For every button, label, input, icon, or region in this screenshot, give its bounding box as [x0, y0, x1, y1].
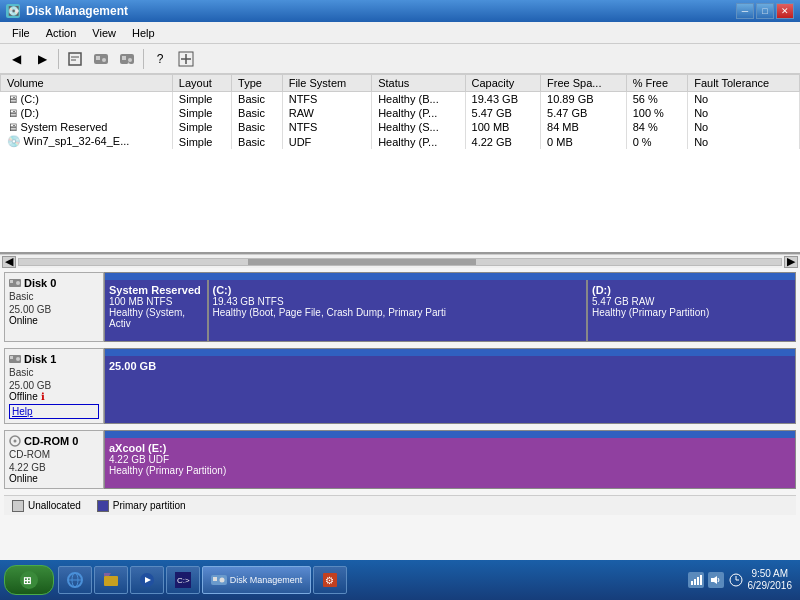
svg-rect-17 — [10, 356, 13, 359]
disk-view-area: Disk 0 Basic 25.00 GB Online System Rese… — [0, 268, 800, 574]
toolbar: ◀ ▶ + ? — [0, 44, 800, 74]
forward-button[interactable]: ▶ — [30, 47, 54, 71]
menu-view[interactable]: View — [84, 25, 124, 41]
taskbar-app-cmd[interactable]: C:> — [166, 566, 200, 594]
taskbar-app-ie[interactable] — [58, 566, 92, 594]
partition-d[interactable]: (D:) 5.47 GB RAW Healthy (Primary Partit… — [588, 280, 795, 341]
help-button[interactable]: ? — [148, 47, 172, 71]
col-freespace[interactable]: Free Spa... — [541, 75, 627, 92]
disk-0-row: Disk 0 Basic 25.00 GB Online System Rese… — [4, 272, 796, 342]
cdrom-0-type: CD-ROM — [9, 449, 99, 460]
disk-0-label: Disk 0 Basic 25.00 GB Online — [4, 272, 104, 342]
cdrom-0-label: CD-ROM 0 CD-ROM 4.22 GB Online — [4, 430, 104, 489]
col-percentfree[interactable]: % Free — [626, 75, 688, 92]
start-button[interactable]: ⊞ — [4, 565, 54, 595]
back-button[interactable]: ◀ — [4, 47, 28, 71]
legend: Unallocated Primary partition — [4, 495, 796, 515]
legend-unallocated-label: Unallocated — [28, 500, 81, 511]
svg-rect-27 — [104, 576, 118, 586]
svg-rect-0 — [69, 53, 81, 65]
svg-point-5 — [102, 58, 106, 62]
minimize-button[interactable]: ─ — [736, 3, 754, 19]
col-volume[interactable]: Volume — [1, 75, 173, 92]
svg-rect-41 — [700, 575, 702, 585]
disk-1-type: Basic — [9, 367, 99, 378]
clock-date: 6/29/2016 — [748, 580, 793, 592]
disk-1-status: Offline ℹ — [9, 391, 99, 402]
col-capacity[interactable]: Capacity — [465, 75, 541, 92]
legend-unallocated: Unallocated — [12, 500, 81, 512]
table-row[interactable]: 🖥 System Reserved Simple Basic NTFS Heal… — [1, 120, 800, 134]
partition-system-reserved[interactable]: System Reserved 100 MB NTFS Healthy (Sys… — [105, 280, 209, 341]
taskbar-app-explorer[interactable] — [94, 566, 128, 594]
col-faulttol[interactable]: Fault Tolerance — [688, 75, 800, 92]
menu-help[interactable]: Help — [124, 25, 163, 41]
svg-point-18 — [16, 357, 20, 361]
close-button[interactable]: ✕ — [776, 3, 794, 19]
menu-action[interactable]: Action — [38, 25, 85, 41]
svg-rect-39 — [694, 579, 696, 585]
extra-button[interactable] — [174, 47, 198, 71]
toolbar-separator-2 — [143, 49, 144, 69]
taskbar-app-media[interactable] — [130, 566, 164, 594]
cdrom-0-row: CD-ROM 0 CD-ROM 4.22 GB Online aXcool (E… — [4, 430, 796, 489]
system-tray: 9:50 AM 6/29/2016 — [684, 568, 797, 592]
legend-primary: Primary partition — [97, 500, 186, 512]
svg-text:+: + — [127, 60, 131, 66]
disk-icon-button2[interactable]: + — [115, 47, 139, 71]
volume-table: Volume Layout Type File System Status Ca… — [0, 74, 800, 149]
tray-volume-icon[interactable] — [708, 572, 724, 588]
svg-text:⚙: ⚙ — [325, 575, 334, 586]
properties-button1[interactable] — [63, 47, 87, 71]
svg-rect-14 — [10, 280, 13, 283]
main-area: Volume Layout Type File System Status Ca… — [0, 74, 800, 574]
svg-marker-28 — [104, 573, 111, 576]
col-layout[interactable]: Layout — [172, 75, 231, 92]
title-bar: 💽 Disk Management ─ □ ✕ — [0, 0, 800, 22]
disk-0-size: 25.00 GB — [9, 304, 99, 315]
clock-time: 9:50 AM — [748, 568, 793, 580]
horizontal-scrollbar[interactable]: ◀ ▶ — [0, 254, 800, 268]
svg-rect-7 — [122, 56, 126, 60]
taskbar: ⊞ C:> Disk Management ⚙ — [0, 560, 800, 600]
table-row[interactable]: 🖥 (C:) Simple Basic NTFS Healthy (B... 1… — [1, 92, 800, 107]
taskbar-app-tools[interactable]: ⚙ — [313, 566, 347, 594]
partition-disk1-unalloc[interactable]: 25.00 GB — [105, 356, 795, 423]
col-status[interactable]: Status — [372, 75, 465, 92]
system-clock: 9:50 AM 6/29/2016 — [748, 568, 793, 592]
tray-network-icon[interactable] — [688, 572, 704, 588]
disk-1-name: Disk 1 — [9, 353, 99, 365]
table-row[interactable]: 🖥 (D:) Simple Basic RAW Healthy (P... 5.… — [1, 106, 800, 120]
partition-c[interactable]: (C:) 19.43 GB NTFS Healthy (Boot, Page F… — [209, 280, 589, 341]
disk-1-row: Disk 1 Basic 25.00 GB Offline ℹ Help 25.… — [4, 348, 796, 424]
cdrom-0-name: CD-ROM 0 — [9, 435, 99, 447]
taskbar-app-diskmgmt[interactable]: Disk Management — [202, 566, 311, 594]
menu-bar: File Action View Help — [0, 22, 800, 44]
col-type[interactable]: Type — [232, 75, 283, 92]
taskbar-apps: C:> Disk Management ⚙ — [58, 566, 684, 594]
menu-file[interactable]: File — [4, 25, 38, 41]
svg-text:⊞: ⊞ — [23, 575, 31, 586]
legend-primary-box — [97, 500, 109, 512]
partition-e-cdrom[interactable]: aXcool (E:) 4.22 GB UDF Healthy (Primary… — [105, 438, 795, 488]
cdrom-0-status: Online — [9, 473, 99, 484]
table-row[interactable]: 💿 Win7_sp1_32-64_E... Simple Basic UDF H… — [1, 134, 800, 149]
svg-point-20 — [14, 440, 17, 443]
legend-primary-label: Primary partition — [113, 500, 186, 511]
disk-icon-button[interactable] — [89, 47, 113, 71]
svg-marker-42 — [711, 576, 717, 584]
disk-1-help-link[interactable]: Help — [9, 404, 99, 419]
disk-0-status: Online — [9, 315, 99, 326]
svg-point-15 — [16, 281, 20, 285]
app-icon: 💽 — [6, 4, 20, 18]
svg-rect-4 — [96, 56, 100, 60]
maximize-button[interactable]: □ — [756, 3, 774, 19]
col-filesystem[interactable]: File System — [282, 75, 371, 92]
svg-point-35 — [220, 578, 225, 583]
disk-0-name: Disk 0 — [9, 277, 99, 289]
svg-text:C:>: C:> — [177, 576, 190, 585]
cdrom-0-size: 4.22 GB — [9, 462, 99, 473]
legend-unallocated-box — [12, 500, 24, 512]
toolbar-separator-1 — [58, 49, 59, 69]
svg-rect-40 — [697, 577, 699, 585]
